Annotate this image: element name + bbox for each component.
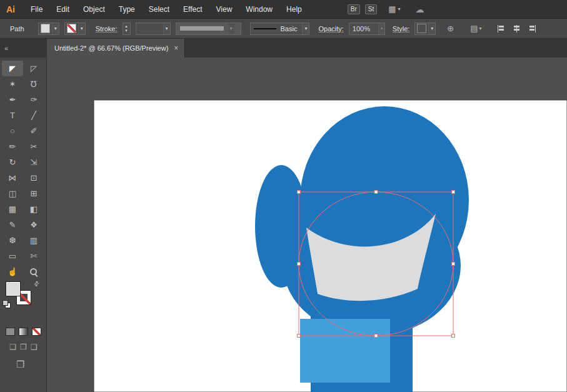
style-panel-link[interactable]: Style: [393, 25, 410, 33]
selection-tool-button[interactable]: ◤ [2, 61, 23, 76]
handle-mid-left[interactable] [298, 263, 301, 266]
selection-type-label: Path [10, 25, 24, 33]
align-left-icon[interactable] [497, 25, 505, 33]
chevron-down-icon: ▾ [228, 23, 234, 34]
bridge-button[interactable]: Br [348, 4, 360, 14]
menu-select[interactable]: Select [142, 0, 176, 19]
fill-stroke-controls: ⇄ [0, 280, 47, 324]
handle-mid-right[interactable] [452, 263, 455, 266]
wrist-band-shape[interactable] [300, 319, 390, 383]
handle-bottom-center[interactable] [374, 334, 378, 338]
handle-top-right[interactable] [452, 191, 455, 194]
opacity-panel-link[interactable]: Opacity: [318, 25, 343, 33]
canvas-area[interactable] [47, 58, 567, 392]
cloud-sync-icon[interactable]: ☁ [416, 4, 424, 14]
stepper-down-icon: ▾ [125, 29, 128, 33]
pencil-tool-button[interactable]: ✏ [2, 139, 23, 154]
graphic-style-dropdown[interactable]: ▾ [414, 23, 436, 35]
width-profile-dropdown: ▾ [176, 23, 241, 35]
hand-tool-button[interactable]: ☝ [2, 264, 23, 279]
stock-button[interactable]: St [365, 4, 377, 14]
type-tool-button[interactable]: T [2, 108, 23, 123]
handle-bottom-right[interactable] [452, 334, 455, 338]
opacity-value: 100% [353, 25, 370, 33]
menu-effect[interactable]: Effect [176, 0, 209, 19]
document-icon: ▤ [470, 24, 478, 33]
color-mode-buttons [0, 328, 47, 336]
chevron-down-icon: ▾ [428, 23, 435, 34]
draw-normal-icon[interactable]: ❏ [9, 343, 16, 351]
globe-icon[interactable]: ⊕ [447, 24, 454, 33]
pen-tool-button[interactable]: ✒ [2, 92, 23, 108]
zoom-tool-button[interactable] [23, 264, 44, 279]
collapse-panel-icon[interactable]: « [0, 44, 47, 52]
free-transform-tool-button[interactable]: ⊡ [23, 170, 44, 186]
fill-color-dropdown[interactable]: ▾ [38, 23, 59, 35]
menu-view[interactable]: View [209, 0, 239, 19]
handle-top-left[interactable] [298, 191, 301, 194]
default-fill-stroke-icon[interactable] [3, 300, 10, 308]
column-graph-tool-button[interactable]: ▥ [23, 233, 44, 248]
eyedropper-tool-button[interactable]: ✎ [2, 217, 23, 233]
menu-type[interactable]: Type [112, 0, 142, 19]
mesh-tool-button[interactable]: ▦ [2, 201, 23, 217]
stroke-color-dropdown[interactable]: ▾ [64, 23, 86, 35]
basic-brush-stroke-icon [254, 28, 276, 29]
handle-top-center[interactable] [374, 191, 378, 194]
symbol-sprayer-tool-button[interactable]: ❆ [2, 233, 23, 248]
menu-window[interactable]: Window [239, 0, 279, 19]
brush-definition-dropdown[interactable]: Basic ▾ [250, 23, 310, 35]
drawing-mode-buttons: ❏ ❐ ❑ [0, 343, 47, 351]
chevron-down-icon: ▾ [398, 6, 400, 12]
app-logo: Ai [6, 4, 15, 14]
width-tool-button[interactable]: ⋈ [2, 170, 23, 186]
menubar-right-cluster: Br St ▦ ▾ ☁ [348, 4, 424, 14]
align-right-icon[interactable] [528, 25, 536, 33]
slice-tool-button[interactable]: ✄ [23, 248, 44, 264]
stroke-weight-dropdown[interactable]: ▾ [136, 23, 171, 35]
curvature-tool-button[interactable]: ✑ [23, 92, 44, 108]
blend-tool-button[interactable]: ❖ [23, 217, 44, 233]
document-tab-title: Untitled-2* @ 66.67% (RGB/Preview) [54, 44, 168, 52]
menu-object[interactable]: Object [76, 0, 112, 19]
align-center-icon[interactable] [513, 25, 521, 33]
artboard-tool-button[interactable]: ▭ [2, 248, 23, 264]
menu-edit[interactable]: Edit [49, 0, 76, 19]
line-segment-tool-button[interactable]: ╱ [23, 108, 44, 123]
menu-file[interactable]: File [24, 0, 49, 19]
uniform-profile-icon [180, 26, 224, 31]
document-options[interactable]: ▤ ▾ [470, 24, 481, 33]
workspace-switcher[interactable]: ▦ ▾ [388, 4, 400, 14]
paintbrush-tool-button[interactable]: ✐ [23, 123, 44, 139]
stroke-none-swatch-icon [67, 24, 76, 33]
screen-mode-icon[interactable]: ❒ [16, 359, 24, 370]
scale-tool-button[interactable]: ⇲ [23, 154, 44, 170]
illustrator-window: Ai File Edit Object Type Select Effect V… [0, 0, 567, 392]
gradient-tool-button[interactable]: ◧ [23, 201, 44, 217]
swap-fill-stroke-icon[interactable]: ⇄ [32, 279, 41, 288]
zoom-icon [30, 268, 38, 276]
handle-bottom-left[interactable] [298, 334, 301, 338]
control-bar: Path ▾ ▾ Stroke: ▴ ▾ ▾ ▾ Basic ▾ Opacity… [0, 19, 567, 39]
stroke-weight-stepper[interactable]: ▴ ▾ [123, 23, 131, 35]
scissors-tool-button[interactable]: ✂ [23, 139, 44, 154]
rotate-tool-button[interactable]: ↻ [2, 154, 23, 170]
direct-selection-tool-button[interactable]: ◸ [23, 61, 44, 76]
draw-behind-icon[interactable]: ❐ [20, 343, 27, 351]
gradient-button[interactable] [19, 328, 28, 336]
lasso-tool-button[interactable]: ℧ [23, 76, 44, 92]
stroke-panel-link[interactable]: Stroke: [96, 25, 118, 33]
document-tab[interactable]: Untitled-2* @ 66.67% (RGB/Preview) × [47, 39, 185, 58]
ellipse-tool-button[interactable]: ○ [2, 123, 23, 139]
fill-color-well[interactable] [6, 281, 21, 296]
perspective-grid-tool-button[interactable]: ⊞ [23, 186, 44, 201]
draw-inside-icon[interactable]: ❑ [31, 343, 38, 351]
opacity-dropdown[interactable]: 100% › [349, 23, 385, 35]
shape-builder-tool-button[interactable]: ◫ [2, 186, 23, 201]
workspace-icon: ▦ [388, 4, 396, 14]
color-button[interactable] [6, 328, 15, 336]
magic-wand-tool-button[interactable]: ✶ [2, 76, 23, 92]
none-button[interactable] [32, 328, 41, 336]
menu-help[interactable]: Help [279, 0, 309, 19]
close-tab-icon[interactable]: × [174, 44, 178, 53]
